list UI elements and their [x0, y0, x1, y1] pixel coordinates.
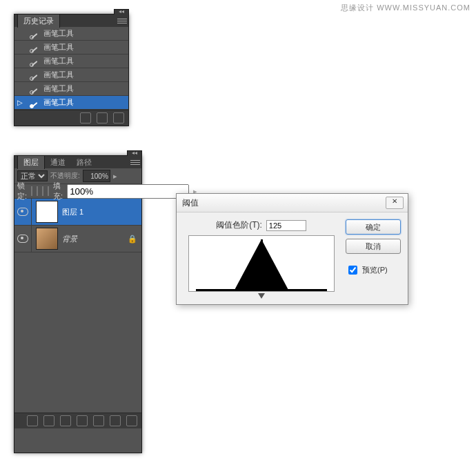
history-tab[interactable]: 历史记录	[17, 14, 60, 28]
tab-channels[interactable]: 通道	[45, 156, 71, 169]
histogram-chart	[188, 235, 335, 292]
adjustment-icon[interactable]	[77, 415, 88, 426]
layer-name[interactable]: 背景	[62, 234, 128, 244]
layer-options-row: 正常 不透明度: ▸	[14, 168, 141, 184]
eye-icon	[17, 235, 28, 243]
mask-icon[interactable]	[60, 415, 71, 426]
history-list: 画笔工具画笔工具画笔工具画笔工具画笔工具▷画笔工具	[14, 27, 128, 110]
layer-thumbnail[interactable]	[36, 228, 58, 250]
lock-position-icon[interactable]	[42, 186, 43, 196]
opacity-label: 不透明度:	[50, 171, 80, 181]
layers-footer	[14, 413, 141, 428]
ok-button[interactable]: 确定	[346, 219, 401, 235]
brush-icon	[30, 29, 39, 39]
link-layers-icon[interactable]	[27, 415, 38, 426]
threshold-input[interactable]	[266, 220, 306, 231]
panel-menu-icon[interactable]	[117, 16, 127, 26]
tab-paths[interactable]: 路径	[71, 156, 97, 169]
history-item-label: 画笔工具	[43, 70, 74, 80]
tab-layers[interactable]: 图层	[17, 155, 45, 169]
eye-icon	[17, 208, 28, 216]
new-state-icon[interactable]	[97, 112, 108, 123]
brush-icon	[30, 98, 39, 108]
brush-icon	[30, 57, 39, 66]
group-icon[interactable]	[93, 415, 104, 426]
history-item-label: 画笔工具	[43, 28, 74, 39]
preview-checkbox-row[interactable]: 预览(P)	[346, 264, 401, 277]
lock-all-icon[interactable]	[48, 186, 49, 196]
dialog-title-text: 阈值	[182, 197, 199, 209]
delete-layer-icon[interactable]	[126, 415, 137, 426]
layer-row[interactable]: 背景🔒	[14, 226, 141, 252]
slider-thumb-icon[interactable]	[258, 293, 265, 299]
dialog-buttons: 确定 取消 预览(P)	[346, 219, 401, 297]
history-item-label: 画笔工具	[43, 56, 74, 66]
threshold-dialog: 阈值 ✕ 阈值色阶(T): 确定 取消 预览(P)	[176, 193, 408, 305]
history-marker: ▷	[17, 99, 26, 106]
history-item[interactable]: 画笔工具	[14, 41, 128, 54]
dialog-body: 阈值色阶(T): 确定 取消 预览(P)	[177, 212, 408, 304]
preview-checkbox[interactable]	[348, 266, 357, 275]
layer-list: 图层 1背景🔒	[14, 199, 141, 413]
trash-icon[interactable]	[113, 112, 124, 123]
brush-icon	[30, 43, 39, 52]
panel-menu-icon[interactable]	[130, 157, 140, 167]
new-layer-icon[interactable]	[110, 415, 121, 426]
fill-label: 填充:	[53, 181, 63, 201]
history-item[interactable]: 画笔工具	[14, 82, 128, 96]
dialog-close-button[interactable]: ✕	[386, 197, 404, 209]
history-item[interactable]: 画笔工具	[14, 68, 128, 82]
layer-row[interactable]: 图层 1	[14, 199, 141, 226]
threshold-label: 阈值色阶(T):	[216, 219, 262, 231]
blend-mode-select[interactable]: 正常	[17, 170, 48, 181]
history-item-label: 画笔工具	[43, 83, 74, 94]
threshold-row: 阈值色阶(T):	[184, 219, 339, 231]
layer-thumbnail[interactable]	[36, 201, 58, 223]
fx-icon[interactable]	[43, 415, 54, 426]
brush-icon	[30, 70, 39, 80]
history-item[interactable]: 画笔工具	[14, 27, 128, 41]
lock-transparency-icon[interactable]	[31, 186, 32, 196]
history-item[interactable]: 画笔工具	[14, 54, 128, 68]
history-item-label: 画笔工具	[43, 97, 74, 108]
dialog-titlebar[interactable]: 阈值 ✕	[177, 194, 408, 212]
history-footer	[14, 110, 128, 126]
snapshot-icon[interactable]	[80, 112, 91, 123]
history-item-label: 画笔工具	[43, 42, 74, 52]
fill-input[interactable]	[67, 184, 189, 199]
cancel-button[interactable]: 取消	[346, 239, 401, 254]
layers-panel: ◂◂ 图层 通道 路径 正常 不透明度: ▸ 锁定: 填充: ▸ 图层 1背景🔒	[14, 155, 142, 453]
opacity-flyout-icon[interactable]: ▸	[113, 172, 117, 181]
history-item[interactable]: ▷画笔工具	[14, 96, 128, 110]
layers-tabs: 图层 通道 路径	[14, 156, 141, 168]
dialog-main: 阈值色阶(T):	[184, 219, 339, 297]
lock-row: 锁定: 填充: ▸	[14, 184, 141, 199]
watermark-text: 思缘设计 WWW.MISSYUAN.COM	[341, 3, 470, 13]
history-panel: ◂◂ 历史记录 画笔工具画笔工具画笔工具画笔工具画笔工具▷画笔工具	[14, 14, 129, 126]
preview-label: 预览(P)	[362, 265, 388, 275]
threshold-slider[interactable]	[189, 293, 334, 297]
history-tabs: 历史记录	[14, 14, 128, 27]
lock-icon: 🔒	[128, 235, 137, 244]
lock-pixels-icon[interactable]	[37, 186, 38, 196]
opacity-input[interactable]	[83, 170, 110, 182]
visibility-toggle[interactable]	[14, 226, 32, 252]
brush-icon	[30, 84, 39, 94]
visibility-toggle[interactable]	[14, 199, 32, 225]
layer-name[interactable]: 图层 1	[62, 207, 141, 217]
histogram-peak	[234, 239, 289, 291]
